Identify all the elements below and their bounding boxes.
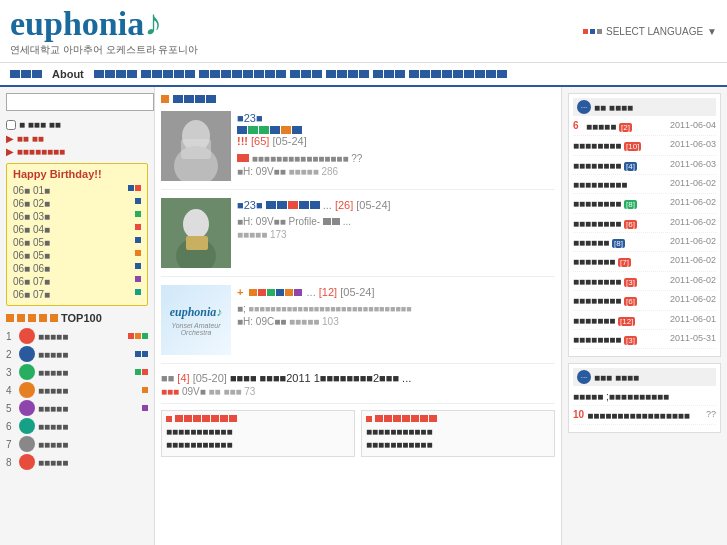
- top100-item-7[interactable]: 7 ■■■■■: [6, 436, 148, 452]
- language-selector[interactable]: SELECT LANGUAGE ▼: [583, 26, 717, 37]
- bday-date-8: 06■ 07■: [13, 276, 50, 287]
- right-item-1-4[interactable]: ■■■■■■■■■ 2011-06-02: [573, 178, 716, 194]
- lang-arrow-icon: ▼: [707, 26, 717, 37]
- search-input[interactable]: [6, 93, 154, 111]
- post-count-2: [26]: [335, 199, 353, 211]
- birthday-list: 06■ 01■ 06■ 02■ 06■ 03■ 06■ 04■ 06■ 05■: [13, 184, 141, 301]
- top100-item-1[interactable]: 1 ■■■■■: [6, 328, 148, 344]
- post-meta-1: ■■■■■■■■■■■■■■■■ ??: [237, 153, 555, 164]
- post-thumb-2: [161, 198, 231, 268]
- left-sidebar: GO ■ ■■■ ■■ ▶ ■■ ■■ ▶ ■■■■■■■■ Happy Bir…: [0, 87, 155, 545]
- top100-item-4[interactable]: 4 ■■■■■: [6, 382, 148, 398]
- bottom-item-1-2[interactable]: ■■■■■■■■■■■: [166, 439, 350, 450]
- bday-item-9: 06■ 07■: [13, 288, 141, 301]
- bottom-title-blocks-2: [375, 415, 437, 422]
- top100-item-6[interactable]: 6 ■■■■■: [6, 418, 148, 434]
- bottom-title-blocks-1: [175, 415, 237, 422]
- logo[interactable]: euphonia♪: [10, 5, 198, 41]
- bday-blocks-9: [135, 289, 141, 300]
- right-content-1-2: ■■■■■■■■ [10]: [573, 139, 667, 152]
- right-num-2-2: 10: [573, 409, 584, 420]
- birthday-title: Happy Birthday!!: [13, 168, 141, 180]
- bday-item-8: 06■ 07■: [13, 275, 141, 288]
- bday-item-3: 06■ 03■: [13, 210, 141, 223]
- right-item-1-6[interactable]: ■■■■■■■■ [6] 2011-06-02: [573, 217, 716, 233]
- lang-label: SELECT LANGUAGE: [606, 26, 703, 37]
- bottom-item-1-1[interactable]: ■■■■■■■■■■■: [166, 426, 350, 437]
- post-count-1: [65]: [251, 135, 269, 147]
- top100-avatar-6: [19, 418, 35, 434]
- bday-item-5: 06■ 05■: [13, 236, 141, 249]
- right-item-1-10[interactable]: ■■■■■■■■ [6] 2011-06-02: [573, 294, 716, 310]
- right-item-1-9[interactable]: ■■■■■■■■ [3] 2011-06-02: [573, 275, 716, 291]
- right-badge-1-1: [2]: [619, 123, 632, 132]
- small-post-meta-1: ■■■ 09V■ ■■ ■■■ 73: [161, 386, 555, 397]
- post-ellipsis-3: ...: [307, 286, 316, 298]
- post-views-3: ■H: 09C■■ ■■■■■ 103: [237, 316, 555, 327]
- right-item-1-3[interactable]: ■■■■■■■■ [4] 2011-06-03: [573, 159, 716, 175]
- sidebar-link-2[interactable]: ▶ ■■■■■■■■: [6, 146, 148, 157]
- bday-item-2: 06■ 02■: [13, 197, 141, 210]
- right-item-1-2[interactable]: ■■■■■■■■ [10] 2011-06-03: [573, 139, 716, 155]
- bottom-item-2-1[interactable]: ■■■■■■■■■■■: [366, 426, 550, 437]
- bday-blocks-7: [135, 263, 141, 274]
- right-box-2: ··· ■■■ ■■■■ ■■■■■ ;■■■■■■■■■■ 10 ■■■■■■…: [568, 363, 721, 433]
- right-content-1-10: ■■■■■■■■ [6]: [573, 294, 667, 307]
- right-item-1-8[interactable]: ■■■■■■■ [7] 2011-06-02: [573, 255, 716, 271]
- top100-name-8: ■■■■■: [38, 457, 148, 468]
- bottom-sections: ■■■■■■■■■■■ ■■■■■■■■■■■ ■■■■: [161, 410, 555, 457]
- post-count-3: [12]: [319, 286, 337, 298]
- right-content-1-6: ■■■■■■■■ [6]: [573, 217, 667, 230]
- post-meta-3: ■; ■■■■■■■■■■■■■■■■■■■■■■■■■■■■■■: [237, 303, 555, 314]
- right-item-1-5[interactable]: ■■■■■■■■ [8] 2011-06-02: [573, 197, 716, 213]
- bday-blocks-6: [135, 250, 141, 261]
- nav-block-7: [409, 70, 507, 78]
- right-date-1-11: 2011-06-01: [670, 314, 716, 324]
- top100-rank-1: 1: [6, 331, 16, 342]
- right-date-1-5: 2011-06-02: [670, 197, 716, 207]
- right-badge-1-11: [12]: [618, 317, 635, 326]
- top100-bar-3: [135, 369, 148, 375]
- nav-block-2: [141, 70, 195, 78]
- right-date-1-1: 2011-06-04: [670, 120, 716, 130]
- top100-avatar-2: [19, 346, 35, 362]
- right-item-2-2[interactable]: 10 ■■■■■■■■■■■■■■■■■ ??: [573, 409, 716, 425]
- top100-box: TOP100 1 ■■■■■ 2 ■■■■■ 3 ■■■■■ 4: [6, 312, 148, 470]
- right-item-1-7[interactable]: ■■■■■■ [8] 2011-06-02: [573, 236, 716, 252]
- bday-date-4: 06■ 04■: [13, 224, 50, 235]
- top100-bar-5: [142, 405, 148, 411]
- nav-decoration: [10, 70, 42, 78]
- right-date-1-9: 2011-06-02: [670, 275, 716, 285]
- right-date-1-8: 2011-06-02: [670, 255, 716, 265]
- right-box-icon-1: ···: [577, 100, 591, 114]
- top100-item-8[interactable]: 8 ■■■■■: [6, 454, 148, 470]
- post-plus-3: +: [237, 286, 243, 298]
- right-item-1-11[interactable]: ■■■■■■■ [12] 2011-06-01: [573, 314, 716, 330]
- right-item-1-12[interactable]: ■■■■■■■■ [3] 2011-05-31: [573, 333, 716, 349]
- bday-date-9: 06■ 07■: [13, 289, 50, 300]
- right-date-1-6: 2011-06-02: [670, 217, 716, 227]
- nav-about[interactable]: About: [46, 66, 90, 82]
- right-badge-1-12: [3]: [624, 336, 637, 345]
- bday-item-7: 06■ 06■: [13, 262, 141, 275]
- sidebar-link-1[interactable]: ▶ ■■ ■■: [6, 133, 148, 144]
- right-badge-1-9: [3]: [624, 278, 637, 287]
- small-post-title-1[interactable]: ■■ [4] [05-20] ■■■■ ■■■■2011 1■■■■■■■■2■…: [161, 372, 555, 384]
- right-badge-1-7: [8]: [612, 239, 625, 248]
- bday-blocks-2: [135, 198, 141, 209]
- right-content-1-3: ■■■■■■■■ [4]: [573, 159, 667, 172]
- filter-checkbox[interactable]: [6, 120, 16, 130]
- post-num-1: ■23■: [237, 112, 263, 124]
- top100-item-3[interactable]: 3 ■■■■■: [6, 364, 148, 380]
- post-views-2: ■■■■■ 173: [237, 229, 555, 240]
- right-item-1-1[interactable]: 6 ■■■■■ [2] 2011-06-04: [573, 120, 716, 136]
- center-content: ■23■ !!! [65] [05-24]: [155, 87, 562, 545]
- right-item-2-1[interactable]: ■■■■■ ;■■■■■■■■■■: [573, 390, 716, 406]
- top100-rank-7: 7: [6, 439, 16, 450]
- bottom-item-2-2[interactable]: ■■■■■■■■■■■: [366, 439, 550, 450]
- filter-checkbox-row: ■ ■■■ ■■: [6, 119, 148, 130]
- top100-item-2[interactable]: 2 ■■■■■: [6, 346, 148, 362]
- top100-rank-3: 3: [6, 367, 16, 378]
- right-num-1-1: 6: [573, 120, 583, 131]
- top100-item-5[interactable]: 5 ■■■■■: [6, 400, 148, 416]
